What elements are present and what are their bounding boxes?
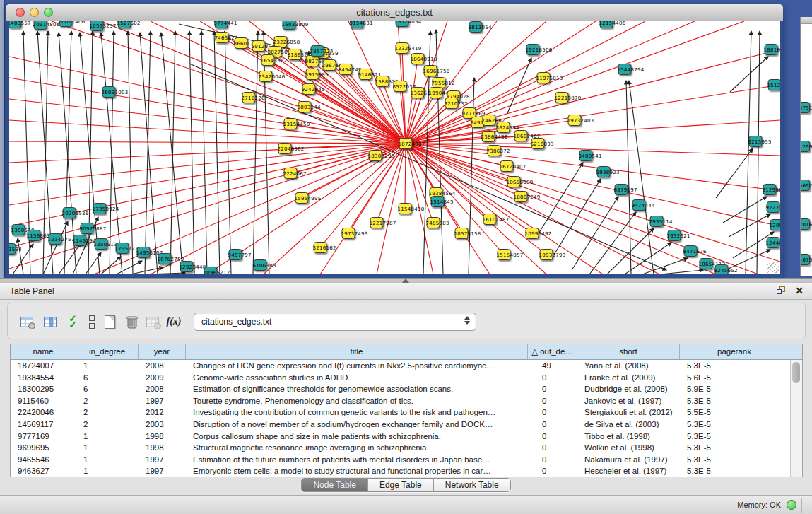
network-node[interactable]: 12154406 — [600, 21, 613, 28]
network-node[interactable]: 7632621 — [668, 230, 681, 241]
table-row[interactable]: 946554611997Estimation of the future num… — [11, 454, 802, 466]
network-node[interactable]: 7857224 — [311, 45, 324, 57]
table-row[interactable]: 946362711997Embryonic stem cells: a mode… — [11, 465, 802, 477]
network-node[interactable]: 11975813 — [537, 72, 551, 83]
network-node[interactable]: 9245652 — [715, 264, 729, 274]
network-node[interactable]: 9774441 — [215, 21, 228, 28]
table-row[interactable]: 977716911998Corpus callosum shape and si… — [11, 431, 802, 443]
network-node[interactable]: 13505135 — [95, 238, 108, 250]
network-node[interactable]: 20206536 — [63, 207, 76, 218]
network-node[interactable]: 3409541 — [579, 150, 593, 161]
network-node[interactable]: 9242845 — [302, 83, 316, 95]
network-node[interactable]: 8522037 — [394, 81, 407, 92]
network-node[interactable]: 15448794 — [618, 64, 632, 75]
network-node[interactable]: 1514845 — [431, 196, 445, 207]
network-node[interactable]: 7485083 — [427, 217, 440, 228]
network-node[interactable]: 10965212 — [204, 267, 218, 274]
network-node[interactable]: 1527602 — [118, 21, 131, 28]
network-node[interactable]: 5938923 — [597, 166, 611, 177]
table-row[interactable]: 2242004622012Investigating the contribut… — [11, 407, 802, 419]
network-node[interactable]: 9227343 — [767, 201, 780, 213]
network-node[interactable]: 11548498 — [399, 203, 412, 214]
network-node[interactable]: 7462662 — [483, 115, 496, 126]
network-node[interactable]: 14958107 — [137, 247, 151, 258]
network-node[interactable]: 20914806 — [34, 21, 47, 30]
network-node[interactable]: 18300295 — [369, 150, 382, 161]
network-node[interactable]: 8471676 — [684, 245, 698, 257]
network-node[interactable]: 6879197 — [615, 184, 628, 195]
network-node[interactable]: 15123459 — [768, 79, 781, 90]
column-header-year[interactable]: year — [139, 344, 186, 359]
table-row[interactable]: 969969511998Structural magnetic resonanc… — [11, 442, 802, 454]
delete-column-button[interactable] — [143, 313, 162, 331]
network-node[interactable]: 7386372 — [488, 145, 501, 156]
network-node[interactable]: 16782759 — [158, 253, 172, 264]
network-node[interactable]: 9827508 — [306, 55, 319, 66]
panel-splitter[interactable] — [0, 278, 812, 283]
network-node[interactable]: 8660128 — [235, 37, 248, 49]
network-node[interactable]: 2935114 — [650, 216, 664, 227]
network-node[interactable]: 12325419 — [396, 42, 409, 54]
background-network-node[interactable]: 15692971 — [800, 180, 810, 191]
network-node[interactable]: 12093822 — [770, 219, 781, 230]
new-table-button[interactable] — [100, 313, 119, 331]
network-node[interactable]: 16720407 — [500, 160, 514, 172]
network-node[interactable]: 17359924 — [93, 203, 107, 214]
network-node[interactable]: 9154631 — [351, 21, 364, 28]
table-row[interactable]: 1456911722003Disruption of a novel membe… — [11, 419, 802, 431]
network-node[interactable]: 1362615 — [411, 87, 425, 98]
network-node[interactable]: 1156863 — [28, 230, 41, 241]
column-header-short[interactable]: short — [577, 344, 680, 359]
delete-table-button[interactable] — [123, 313, 141, 331]
tab-network-table[interactable]: Network Table — [434, 479, 510, 491]
row-height-button[interactable] — [83, 313, 101, 331]
network-node[interactable]: 26031003 — [102, 86, 116, 98]
network-node[interactable]: 10995492 — [526, 228, 539, 239]
background-network-node[interactable]: 1167533 — [800, 254, 810, 265]
network-node[interactable]: 10654112 — [700, 258, 713, 269]
network-node[interactable]: 9129966 — [763, 184, 777, 195]
network-node[interactable]: 8215955 — [749, 136, 763, 147]
network-node[interactable]: 1350510 — [12, 224, 25, 235]
network-node[interactable]: 19737493 — [342, 228, 355, 239]
network-node[interactable]: 18810474 — [765, 44, 778, 55]
network-node[interactable]: 12217987 — [370, 217, 384, 228]
network-node[interactable]: 1990448 — [430, 87, 443, 98]
network-node[interactable]: 1244413 — [767, 237, 780, 248]
network-node[interactable]: 10939793 — [540, 249, 553, 260]
function-builder-button[interactable]: f(x) — [165, 313, 183, 331]
network-node[interactable]: 1403557 — [9, 21, 22, 28]
table-row[interactable]: 1830029562008Estimation of significance … — [11, 383, 802, 395]
network-node[interactable]: 9474444 — [632, 199, 646, 211]
tab-edge-table[interactable]: Edge Table — [368, 479, 434, 491]
network-node[interactable]: 19218506 — [526, 44, 540, 55]
network-node[interactable]: 20091406 — [59, 21, 73, 27]
close-panel-icon[interactable]: ✕ — [795, 286, 804, 296]
canvas-resize-grip-icon[interactable] — [767, 262, 779, 273]
network-node[interactable]: 391594 — [9, 243, 16, 255]
column-header-title[interactable]: title — [186, 344, 528, 359]
table-selector-dropdown[interactable]: citations_edges.txt — [194, 313, 476, 331]
network-node[interactable]: 18807249 — [514, 191, 528, 202]
float-panel-icon[interactable] — [777, 286, 787, 296]
network-canvas[interactable]: 1872400774638228660128591295423226058382… — [9, 21, 780, 274]
network-node[interactable]: 12923448 — [180, 261, 194, 272]
network-node[interactable]: 9210232 — [445, 98, 459, 109]
network-node[interactable]: 8813054 — [469, 21, 483, 33]
network-node[interactable]: 2718126 — [242, 92, 256, 103]
network-node[interactable]: 22046362 — [278, 143, 292, 154]
network-node[interactable]: 18124054 — [396, 21, 409, 27]
table-row[interactable]: 911546021997Tourette syndrome. Phenomeno… — [11, 395, 802, 407]
network-node[interactable]: 7463822 — [216, 32, 229, 43]
column-header-pagerank[interactable]: pagerank — [680, 344, 789, 359]
network-node[interactable]: 5912954 — [252, 40, 266, 52]
network-node[interactable]: 15954995 — [295, 192, 309, 204]
scrollbar-thumb[interactable] — [792, 362, 800, 383]
network-window-titlebar[interactable]: citations_edges.txt — [6, 4, 783, 21]
network-node[interactable]: 12342757 — [49, 233, 62, 245]
network-node[interactable]: 19737403 — [568, 115, 582, 126]
network-node[interactable]: 3624594 — [497, 122, 510, 133]
network-node[interactable]: 6216033 — [531, 138, 545, 149]
network-node[interactable]: 15154857 — [498, 249, 511, 260]
column-header-out_de[interactable]: △ out_de… — [528, 344, 577, 359]
